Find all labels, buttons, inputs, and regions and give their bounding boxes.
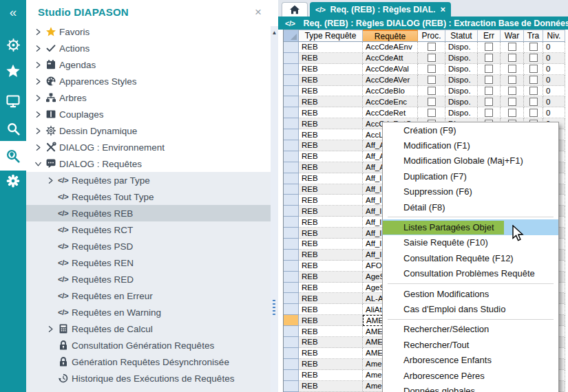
cell-type-requete[interactable]: REB (299, 86, 363, 97)
cell-proc[interactable] (418, 96, 445, 107)
cell-niv[interactable]: 0 (543, 75, 565, 86)
column-header-war[interactable]: War (501, 30, 524, 42)
cell-type-requete[interactable]: REB (299, 75, 363, 86)
cell-type-requete[interactable]: REB (299, 140, 363, 151)
cell-type-requete[interactable]: REB (299, 381, 363, 392)
menu-item-donn-es-globales[interactable]: Données globales (383, 383, 558, 392)
menu-item-arborescence-enfants[interactable]: Arborescence Enfants (383, 352, 558, 367)
cell-type-requete[interactable]: REB (299, 283, 363, 294)
cell-war[interactable] (501, 64, 524, 75)
chevron-slot[interactable] (47, 177, 58, 184)
row-selector[interactable] (284, 293, 299, 304)
checkbox-unchecked[interactable] (529, 43, 538, 51)
row-selector[interactable] (284, 96, 299, 107)
cell-statut[interactable]: Dispo. (445, 64, 478, 75)
cell-tra[interactable] (524, 96, 543, 107)
cell-type-requete[interactable]: REB (299, 64, 363, 75)
menu-item-duplication-f7-[interactable]: Duplication (F7) (383, 168, 558, 184)
cell-statut[interactable]: Dispo. (445, 53, 478, 64)
cell-proc[interactable] (418, 53, 445, 64)
cell-tra[interactable] (524, 86, 543, 97)
tree-item-couplages[interactable]: Couplages (26, 106, 271, 122)
cell-tra[interactable] (524, 53, 543, 64)
cell-type-requete[interactable]: REB (299, 239, 363, 250)
menu-item-d-tail-f8-[interactable]: Détail (F8) (383, 199, 558, 215)
row-selector[interactable] (284, 107, 299, 118)
cell-type-requete[interactable]: REB (299, 217, 363, 228)
row-selector[interactable] (284, 304, 299, 315)
menu-item-rechercher-tout[interactable]: Rechercher/Tout (383, 337, 558, 352)
cell-proc[interactable] (418, 107, 445, 118)
checkbox-unchecked[interactable] (529, 109, 538, 117)
cell-statut[interactable]: Dispo. (445, 86, 478, 97)
tree-item-requ-tes-reb[interactable]: </>Requêtes REB (26, 205, 271, 221)
column-header-niv-[interactable]: Niv. (543, 30, 565, 42)
cell-proc[interactable] (418, 64, 445, 75)
cell-statut[interactable]: Dispo. (445, 107, 478, 118)
tab-home[interactable] (282, 2, 308, 17)
cell-type-requete[interactable]: REB (299, 129, 363, 140)
row-selector[interactable] (284, 283, 299, 294)
tree-item-apparences-styles[interactable]: Apparences Styles (26, 73, 271, 89)
table-row[interactable]: REBAccCdeAEnvDispo.0 (284, 42, 568, 53)
cell-niv[interactable]: 0 (543, 107, 565, 118)
cell-type-requete[interactable]: REB (299, 304, 363, 315)
menu-item-modification-globale-maj-f1-[interactable]: Modification Globale (Maj+F1) (383, 153, 558, 168)
cell-statut[interactable]: Dispo. (445, 75, 478, 86)
cell-type-requete[interactable]: REB (299, 162, 363, 173)
menu-item-suppression-f6-[interactable]: Suppression (F6) (383, 184, 558, 199)
checkbox-unchecked[interactable] (508, 109, 516, 117)
menu-item-consultation-probl-mes-requ-te[interactable]: Consultation Problèmes Requête (383, 266, 558, 281)
checkbox-unchecked[interactable] (485, 43, 493, 51)
cell-proc[interactable] (418, 86, 445, 97)
cell-tra[interactable] (524, 42, 543, 53)
checkbox-unchecked[interactable] (428, 65, 436, 73)
tree-item-requ-tes-rct[interactable]: </>Requêtes RCT (26, 221, 271, 238)
cell-err[interactable] (478, 86, 501, 97)
cell-statut[interactable]: Dispo. (445, 96, 478, 107)
table-row[interactable]: REBAccCdeAVerDispo.0 (284, 75, 568, 86)
row-selector[interactable] (284, 86, 299, 97)
cell-niv[interactable]: 0 (543, 96, 565, 107)
tab-active-req-reb[interactable]: </> Req. (REB) : Règles DIAL... × (310, 2, 451, 17)
menu-item-consultation-requ-te-f12-[interactable]: Consultation Requête (F12) (383, 250, 558, 265)
cell-err[interactable] (478, 96, 501, 107)
row-selector[interactable] (284, 129, 299, 140)
tree-item-consultation-g-n-ration-requ-tes[interactable]: Consultation Génération Requêtes (26, 337, 271, 353)
column-header-statut[interactable]: Statut (445, 30, 478, 42)
checkbox-unchecked[interactable] (508, 65, 516, 73)
cell-proc[interactable] (418, 42, 445, 53)
checkbox-unchecked[interactable] (428, 98, 436, 106)
cell-type-requete[interactable]: REB (299, 118, 363, 129)
scroll-up-icon[interactable]: ▲ (271, 28, 278, 36)
rail-item-settings[interactable] (0, 169, 26, 193)
checkbox-unchecked[interactable] (485, 87, 493, 95)
cell-statut[interactable]: Dispo. (445, 42, 478, 53)
checkbox-unchecked[interactable] (428, 76, 436, 84)
cell-niv[interactable]: 0 (543, 42, 565, 53)
cell-tra[interactable] (524, 107, 543, 118)
chevron-slot[interactable] (34, 78, 45, 85)
cell-err[interactable] (478, 107, 501, 118)
cell-type-requete[interactable]: REB (299, 206, 363, 217)
rail-item-search[interactable] (0, 117, 26, 140)
close-panel-icon[interactable]: × (253, 6, 264, 18)
row-selector[interactable] (284, 217, 299, 228)
cell-err[interactable] (478, 75, 501, 86)
cell-type-requete[interactable]: REB (299, 272, 363, 283)
cell-type-requete[interactable]: REB (299, 261, 363, 272)
cell-tra[interactable] (524, 64, 543, 75)
checkbox-unchecked[interactable] (529, 87, 538, 95)
tree-item-historique-des-ex-cutions-de-requ-tes[interactable]: Historique des Exécutions de Requêtes (26, 370, 271, 386)
table-row[interactable]: REBAccCdeAValDispo.0 (284, 64, 568, 75)
panel-splitter[interactable]: ▲ (271, 26, 278, 392)
tree-item-requ-tes-psd[interactable]: </>Requêtes PSD (26, 238, 271, 254)
chevron-slot[interactable] (34, 127, 45, 135)
menu-item-cr-ation-f9-[interactable]: Création (F9) (383, 122, 558, 138)
checkbox-unchecked[interactable] (529, 65, 538, 73)
row-selector[interactable] (284, 42, 299, 53)
cell-type-requete[interactable]: REB (299, 337, 363, 348)
row-selector[interactable] (284, 337, 299, 348)
tree-item-requ-tes-de-calcul[interactable]: Requêtes de Calcul (26, 320, 271, 337)
cell-type-requete[interactable]: REB (299, 250, 363, 261)
